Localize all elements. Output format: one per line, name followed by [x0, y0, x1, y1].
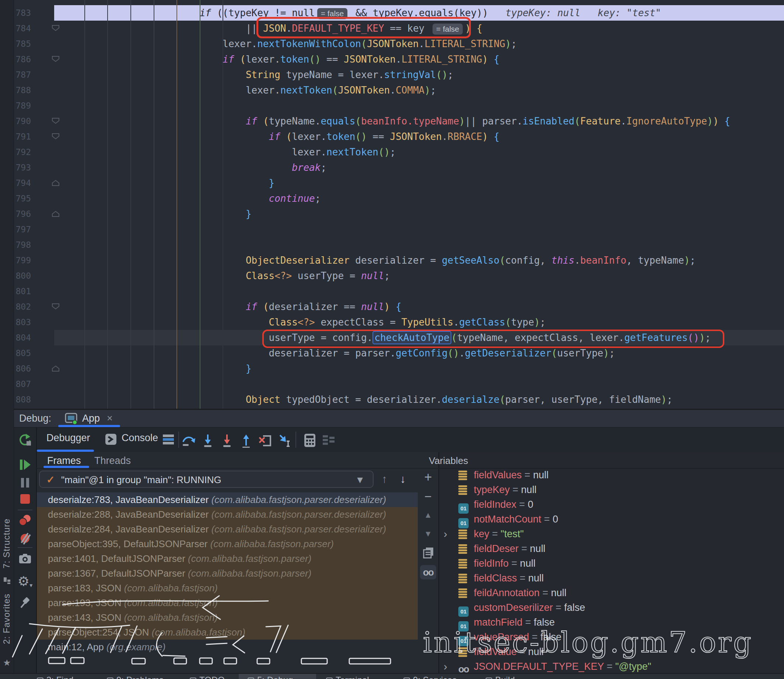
- fold-marker-icon[interactable]: [31, 299, 61, 314]
- step-out-icon[interactable]: [239, 433, 254, 448]
- line-number[interactable]: 802: [14, 299, 31, 314]
- view-breakpoints-icon[interactable]: [18, 514, 32, 527]
- line-number[interactable]: 793: [14, 160, 31, 175]
- line-number[interactable]: 807: [14, 376, 31, 392]
- line-number[interactable]: 784: [14, 20, 31, 36]
- toolwindow-structure[interactable]: 7: Structure: [2, 518, 12, 568]
- stack-frame-row[interactable]: parse:183, JSON (com.alibaba.fastjson): [36, 581, 418, 595]
- variable-row-JSON.DEFAULT_TYPE_KEY[interactable]: ›ooJSON.DEFAULT_TYPE_KEY = "@type": [439, 659, 784, 674]
- fold-marker-icon[interactable]: [31, 175, 61, 191]
- line-number[interactable]: 787: [14, 67, 31, 83]
- code-line-805[interactable]: 805 deserializer = parser.getConfig().ge…: [14, 346, 784, 361]
- statusbar-item-5-debug[interactable]: 5: Debug: [248, 675, 293, 679]
- code-text[interactable]: deserializer = parser.getConfig().getDes…: [61, 346, 615, 361]
- code-text[interactable]: lexer.nextTokenWithColon(JSONToken.LITER…: [61, 36, 517, 52]
- code-text[interactable]: userType = config.checkAutoType(typeName…: [61, 330, 711, 346]
- statusbar-item-3-find[interactable]: 3: Find: [37, 675, 73, 679]
- close-icon[interactable]: ×: [107, 413, 113, 424]
- thread-selector[interactable]: ✓ "main"@1 in group "main": RUNNING ▼: [39, 471, 373, 488]
- code-line-791[interactable]: 791 if (lexer.token() == JSONToken.RBRAC…: [14, 129, 784, 144]
- code-line-808[interactable]: 808 Object typedObject = deserializer.de…: [14, 392, 784, 407]
- variable-row-matchField[interactable]: 01matchField = false: [439, 615, 784, 630]
- code-text[interactable]: Class<?> expectClass = TypeUtils.getClas…: [61, 314, 546, 330]
- statusbar-item-9-problems[interactable]: 9: Problems: [107, 675, 163, 679]
- line-number[interactable]: 794: [14, 175, 31, 191]
- stack-frame-row[interactable]: parseObject:254, JSON (com.alibaba.fastj…: [36, 625, 418, 640]
- code-text[interactable]: break;: [61, 160, 326, 175]
- line-number[interactable]: 799: [14, 253, 31, 268]
- code-line-787[interactable]: 787 String typeName = lexer.stringVal();: [14, 67, 784, 83]
- line-number[interactable]: 798: [14, 237, 31, 253]
- line-number[interactable]: 806: [14, 361, 31, 376]
- code-text[interactable]: continue;: [61, 191, 320, 206]
- variable-row-notMatchCount[interactable]: 01notMatchCount = 0: [439, 512, 784, 527]
- code-line-793[interactable]: 793 break;: [14, 160, 784, 175]
- code-line-785[interactable]: 785 lexer.nextTokenWithColon(JSONToken.L…: [14, 36, 784, 52]
- move-watch-up-button[interactable]: ▲: [424, 510, 432, 520]
- code-line-795[interactable]: 795 continue;: [14, 191, 784, 206]
- layout-lines-icon[interactable]: [162, 433, 175, 447]
- camera-icon[interactable]: [19, 553, 32, 564]
- restore-layout-icon[interactable]: [321, 433, 336, 448]
- code-text[interactable]: if (typeName.equals(beanInfo.typeName)||…: [61, 113, 730, 129]
- code-line-796[interactable]: 796 }: [14, 206, 784, 222]
- stack-frame-row[interactable]: deserialze:783, JavaBeanDeserializer (co…: [36, 492, 418, 507]
- code-line-783[interactable]: 783 if ((typeKey != null= false && typeK…: [14, 5, 784, 20]
- line-number[interactable]: 808: [14, 392, 31, 407]
- code-line-789[interactable]: 789: [14, 98, 784, 113]
- code-line-788[interactable]: 788 lexer.nextToken(JSONToken.COMMA);: [14, 83, 784, 98]
- tab-frames[interactable]: Frames: [47, 455, 81, 466]
- statusbar-item-terminal[interactable]: Terminal: [326, 675, 369, 679]
- stack-frame-row[interactable]: parse:193, JSON (com.alibaba.fastjson): [36, 595, 418, 610]
- drop-frame-icon[interactable]: [258, 433, 273, 448]
- fold-marker-icon[interactable]: [31, 206, 61, 222]
- line-number[interactable]: 783: [14, 5, 31, 20]
- stop-button[interactable]: [20, 493, 31, 504]
- step-into-icon[interactable]: [201, 433, 215, 448]
- pin-icon[interactable]: [19, 596, 31, 609]
- line-number[interactable]: 788: [14, 83, 31, 98]
- stack-frame-row[interactable]: deserialze:284, JavaBeanDeserializer (co…: [36, 522, 418, 537]
- remove-watch-button[interactable]: −: [425, 490, 432, 504]
- step-over-icon[interactable]: [181, 433, 196, 448]
- code-text[interactable]: }: [61, 361, 252, 376]
- line-number[interactable]: 801: [14, 283, 31, 299]
- next-frame-arrow[interactable]: ↓: [400, 473, 406, 485]
- stack-frame-row[interactable]: parse:143, JSON (com.alibaba.fastjson): [36, 610, 418, 625]
- rerun-button[interactable]: [18, 432, 33, 447]
- line-number[interactable]: 785: [14, 36, 31, 52]
- code-line-803[interactable]: 803 Class<?> expectClass = TypeUtils.get…: [14, 314, 784, 330]
- run-to-cursor-icon[interactable]: [277, 433, 292, 448]
- pause-button[interactable]: [20, 477, 31, 489]
- code-lines[interactable]: 783 if ((typeKey != null= false && typeK…: [14, 5, 784, 407]
- stack-frame-row[interactable]: parseObject:395, DefaultJSONParser (com.…: [36, 537, 418, 551]
- line-number[interactable]: 797: [14, 222, 31, 237]
- stack-frame-row[interactable]: parse:1401, DefaultJSONParser (com.aliba…: [36, 551, 418, 566]
- line-number[interactable]: 790: [14, 113, 31, 129]
- code-editor[interactable]: 783 if ((typeKey != null= false && typeK…: [14, 0, 784, 409]
- stack-frame-row[interactable]: main:12, App (org.example): [36, 640, 418, 654]
- code-text[interactable]: lexer.nextToken();: [61, 144, 396, 160]
- code-line-797[interactable]: 797: [14, 222, 784, 237]
- previous-frame-arrow[interactable]: ↑: [382, 473, 387, 485]
- code-text[interactable]: String typeName = lexer.stringVal();: [61, 67, 453, 83]
- stack-frame-row[interactable]: deserialze:288, JavaBeanDeserializer (co…: [36, 507, 418, 522]
- code-text[interactable]: if ((typeKey != null= false && typeKey.e…: [61, 5, 661, 20]
- line-number[interactable]: 792: [14, 144, 31, 160]
- code-line-804[interactable]: 804 userType = config.checkAutoType(type…: [14, 330, 784, 346]
- variable-row-valueParsed[interactable]: 01valueParsed = false: [439, 630, 784, 645]
- variable-row-fieldDeser[interactable]: fieldDeser = null: [439, 541, 784, 556]
- variable-row-fieldIndex[interactable]: 01fieldIndex = 0: [439, 497, 784, 512]
- expand-chevron-icon[interactable]: ›: [444, 659, 447, 674]
- fold-marker-icon[interactable]: [31, 113, 61, 129]
- tab-debugger[interactable]: Debugger: [46, 432, 90, 444]
- variable-row-fieldInfo[interactable]: fieldInfo = null: [439, 556, 784, 571]
- force-step-into-icon[interactable]: [220, 433, 234, 448]
- statusbar-item-todo[interactable]: TODO: [190, 675, 225, 679]
- code-text[interactable]: Object typedObject = deserializer.deseri…: [61, 392, 673, 407]
- statusbar-item-build[interactable]: Build: [486, 675, 515, 679]
- toolwindow-favorites[interactable]: 2: Favorites: [2, 594, 12, 644]
- code-line-784[interactable]: 784 || JSON.DEFAULT_TYPE_KEY == key = fa…: [14, 20, 784, 36]
- add-watch-button[interactable]: +: [424, 469, 432, 485]
- line-number[interactable]: 786: [14, 52, 31, 67]
